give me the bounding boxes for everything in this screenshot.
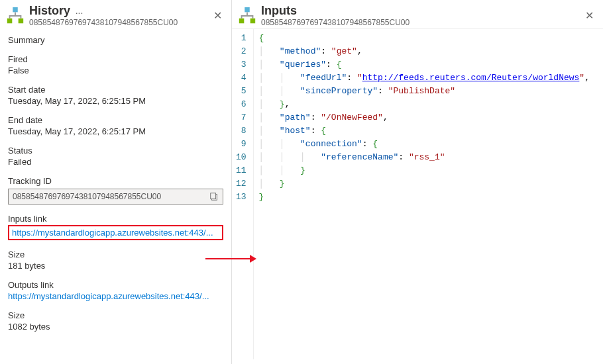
summary-heading: Summary xyxy=(8,35,223,45)
line-number: 1 xyxy=(236,32,247,45)
history-more-icon[interactable]: ··· xyxy=(76,7,83,18)
line-number: 8 xyxy=(236,124,247,138)
json-string: "get" xyxy=(331,46,357,56)
line-number: 10 xyxy=(236,151,247,164)
json-string: "/OnNewFeed" xyxy=(321,113,383,122)
json-key: "path" xyxy=(280,113,311,122)
inputs-link[interactable]: https://mystandardlogicapp.azurewebsites… xyxy=(12,228,219,238)
end-date-label: End date xyxy=(8,115,223,125)
status-label: Status xyxy=(8,146,223,156)
outputs-link[interactable]: https://mystandardlogicapp.azurewebsites… xyxy=(8,291,223,301)
inputs-close-button[interactable]: ✕ xyxy=(581,9,598,23)
svg-rect-1 xyxy=(7,18,13,23)
json-key: "queries" xyxy=(280,60,326,69)
inputs-panel: Inputs 08585487697697438107948567855CU00… xyxy=(232,0,603,364)
svg-rect-4 xyxy=(211,193,216,199)
tracking-id-value: 08585487697697438107948567855CU00 xyxy=(13,192,209,201)
json-key: "connection" xyxy=(300,139,362,149)
fired-value: False xyxy=(8,66,223,75)
line-number: 5 xyxy=(236,85,247,98)
tracking-id-field: 08585487697697438107948567855CU00 xyxy=(8,189,223,205)
line-number-gutter: 1 2 3 4 5 6 7 8 9 10 11 12 13 xyxy=(232,29,254,359)
copy-icon[interactable] xyxy=(209,192,219,201)
outputs-link-label: Outputs link xyxy=(8,280,223,290)
line-number: 4 xyxy=(236,71,247,85)
inputs-header: Inputs 08585487697697438107948567855CU00… xyxy=(232,0,603,28)
line-number: 13 xyxy=(236,191,247,204)
svg-rect-5 xyxy=(245,7,250,12)
history-header: History ··· 0858548769769743810794856785… xyxy=(0,0,231,28)
json-key: "method" xyxy=(280,46,321,56)
line-number: 7 xyxy=(236,111,247,124)
inputs-size-label: Size xyxy=(8,250,223,259)
line-number: 11 xyxy=(236,164,247,177)
json-string: "PublishDate" xyxy=(388,86,455,96)
svg-rect-7 xyxy=(250,18,256,23)
history-panel: History ··· 0858548769769743810794856785… xyxy=(0,0,232,364)
history-title: History xyxy=(29,4,70,18)
json-string: "rss_1" xyxy=(409,152,445,162)
logic-app-icon xyxy=(5,6,25,26)
tracking-id-label: Tracking ID xyxy=(8,176,223,186)
line-number: 12 xyxy=(236,177,247,191)
start-date-label: Start date xyxy=(8,85,223,95)
end-date-value: Tuesday, May 17, 2022, 6:25:17 PM xyxy=(8,126,223,136)
code-content[interactable]: { │ "method": "get", │ "queries": { │ │ … xyxy=(254,29,603,359)
json-key: "referenceName" xyxy=(321,152,398,162)
start-date-value: Tuesday, May 17, 2022, 6:25:15 PM xyxy=(8,96,223,106)
logic-app-icon xyxy=(237,6,257,26)
svg-rect-0 xyxy=(13,7,18,12)
json-key: "feedUrl" xyxy=(300,73,347,83)
json-key: "host" xyxy=(280,126,311,136)
inputs-link-label: Inputs link xyxy=(8,214,223,224)
history-body: Summary Fired False Start date Tuesday, … xyxy=(0,28,231,364)
history-subtitle: 08585487697697438107948567855CU00 xyxy=(29,18,205,27)
line-number: 2 xyxy=(236,45,247,58)
line-number: 3 xyxy=(236,58,247,71)
fired-label: Fired xyxy=(8,54,223,64)
inputs-title: Inputs xyxy=(261,4,297,18)
line-number: 6 xyxy=(236,98,247,111)
json-code-editor[interactable]: 1 2 3 4 5 6 7 8 9 10 11 12 13 { │ "metho… xyxy=(232,28,603,359)
outputs-size-label: Size xyxy=(8,310,223,320)
feed-url-link[interactable]: http://feeds.reuters.com/Reuters/worldNe… xyxy=(362,73,580,83)
line-number: 9 xyxy=(236,138,247,151)
status-value: Failed xyxy=(8,157,223,167)
outputs-size-value: 1082 bytes xyxy=(8,322,223,332)
history-close-button[interactable]: ✕ xyxy=(209,9,226,23)
svg-rect-6 xyxy=(239,18,245,23)
inputs-subtitle: 08585487697697438107948567855CU00 xyxy=(261,18,577,27)
svg-rect-2 xyxy=(19,18,24,23)
inputs-size-value: 181 bytes xyxy=(8,261,223,271)
json-key: "sinceProperty" xyxy=(300,86,378,96)
